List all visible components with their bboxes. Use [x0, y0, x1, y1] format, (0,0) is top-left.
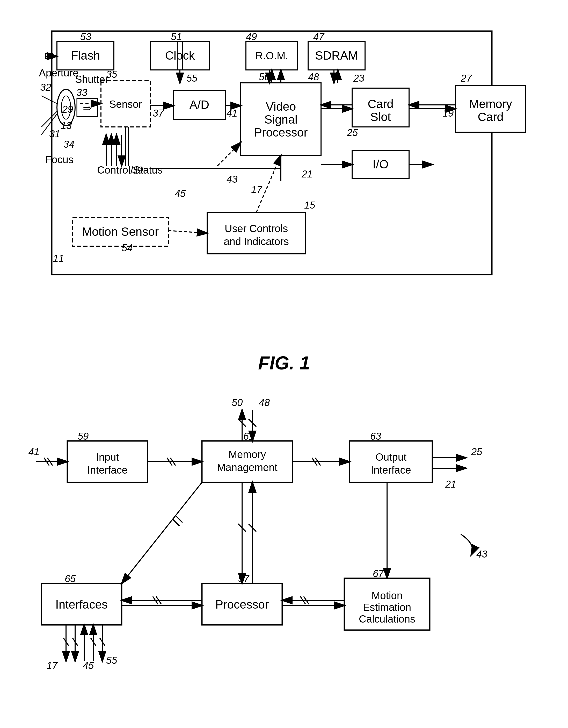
f2-refnum-50: 50 — [232, 397, 243, 408]
f2-refnum-59: 59 — [78, 431, 89, 442]
refnum-53: 53 — [80, 31, 91, 42]
outputinterface-label-2: Interface — [371, 464, 411, 476]
vsp-label-1: Video — [266, 100, 296, 113]
refnum-45: 45 — [175, 188, 186, 199]
interfaces-label: Interfaces — [55, 598, 108, 611]
f2-refnum-17: 17 — [47, 660, 58, 671]
refnum-37: 37 — [153, 108, 164, 119]
inputinterface-label-2: Interface — [87, 464, 128, 476]
svg-line-45 — [218, 142, 241, 166]
refnum-29: 29 — [62, 104, 73, 115]
sensor-label: Sensor — [109, 98, 142, 110]
refnum-32: 32 — [40, 82, 51, 93]
f2-refnum-67: 67 — [373, 568, 384, 579]
inputinterface-label-1: Input — [96, 451, 119, 463]
shutter-label: Shutter — [75, 74, 109, 85]
motionest-label-1: Motion — [371, 590, 402, 601]
svg-line-46 — [256, 155, 281, 212]
page: Flash Clock R.O.M. SDRAM Video Signal Pr… — [0, 0, 568, 728]
fig2-diagram: Input Interface Memory Management Output… — [21, 389, 551, 726]
sdram-label: SDRAM — [315, 49, 358, 62]
refnum-31: 31 — [49, 129, 60, 139]
f2-refnum-55: 55 — [106, 655, 117, 666]
refnum-17: 17 — [251, 184, 263, 195]
clock-label: Clock — [165, 49, 195, 62]
rom-label: R.O.M. — [256, 50, 288, 61]
refnum-51: 51 — [171, 31, 182, 42]
memcard-label-1: Memory — [469, 97, 512, 111]
f2-refnum-63: 63 — [370, 431, 381, 442]
svg-line-84 — [173, 519, 180, 526]
controlstatus-label: Control/Status — [97, 164, 163, 176]
svg-line-83 — [176, 516, 183, 523]
ad-label: A/D — [190, 98, 210, 111]
outputinterface-label-1: Output — [375, 451, 406, 463]
fig1-title: FIG. 1 — [21, 352, 547, 374]
refnum-49: 49 — [246, 31, 257, 42]
refnum-21: 21 — [301, 169, 312, 180]
memcard-label-2: Card — [478, 110, 503, 124]
f2-refnum-57: 57 — [238, 573, 250, 584]
f2-refnum-25: 25 — [471, 446, 482, 457]
motionsensor-label: Motion Sensor — [82, 225, 159, 238]
memmanage-label-2: Management — [217, 462, 277, 473]
f2-refnum-48: 48 — [259, 397, 270, 408]
refnum-47: 47 — [313, 31, 325, 42]
svg-line-82 — [122, 482, 202, 583]
f2-refnum-41: 41 — [28, 446, 39, 457]
fig2-svg: Input Interface Memory Management Output… — [21, 389, 551, 700]
refnum-41: 41 — [227, 108, 238, 119]
svg-line-47 — [168, 231, 207, 233]
refnum-23: 23 — [353, 73, 364, 84]
cardslot-label-1: Card — [368, 97, 393, 111]
refnum-19: 19 — [443, 108, 454, 119]
refnum-39: 39 — [132, 165, 143, 176]
motionest-label-3: Calculations — [359, 613, 415, 625]
flash-label: Flash — [71, 49, 100, 62]
focus-label: Focus — [45, 154, 74, 165]
refnum-35: 35 — [106, 69, 117, 80]
f2-refnum-65: 65 — [65, 573, 76, 584]
refnum-27: 27 — [460, 73, 472, 84]
f2-refnum-43: 43 — [476, 549, 487, 560]
f2-refnum-45: 45 — [83, 660, 94, 671]
f2-refnum-61: 61 — [243, 431, 254, 442]
fig1-svg: Flash Clock R.O.M. SDRAM Video Signal Pr… — [21, 16, 551, 347]
refnum-33: 33 — [76, 87, 87, 98]
io-label: I/O — [372, 158, 388, 171]
fig1-diagram: Flash Clock R.O.M. SDRAM Video Signal Pr… — [21, 16, 551, 347]
refnum-34: 34 — [63, 139, 74, 150]
refnum-43: 43 — [227, 174, 238, 185]
refnum-11: 11 — [53, 253, 64, 264]
memmanage-label-1: Memory — [229, 449, 266, 460]
aperture-label: Aperture — [39, 67, 78, 78]
vsp-label-3: Processor — [254, 126, 307, 139]
motionest-label-2: Estimation — [363, 602, 411, 613]
refnum-54: 54 — [122, 242, 133, 253]
refnum-50: 50 — [259, 72, 270, 82]
f2-refnum-21: 21 — [445, 479, 456, 490]
refnum-15: 15 — [304, 200, 315, 211]
refnum-25: 25 — [347, 127, 358, 138]
refnum-55: 55 — [187, 73, 198, 84]
processor-label: Processor — [215, 598, 269, 611]
usercontrols-label-2: and Indicators — [224, 236, 288, 247]
svg-line-48 — [41, 96, 57, 104]
refnum-48: 48 — [308, 72, 319, 82]
usercontrols-label-1: User Controls — [225, 223, 288, 234]
vsp-label-2: Signal — [264, 113, 297, 126]
shutter-arrow: ⇒ — [83, 102, 92, 114]
cardslot-label-2: Slot — [370, 110, 391, 124]
